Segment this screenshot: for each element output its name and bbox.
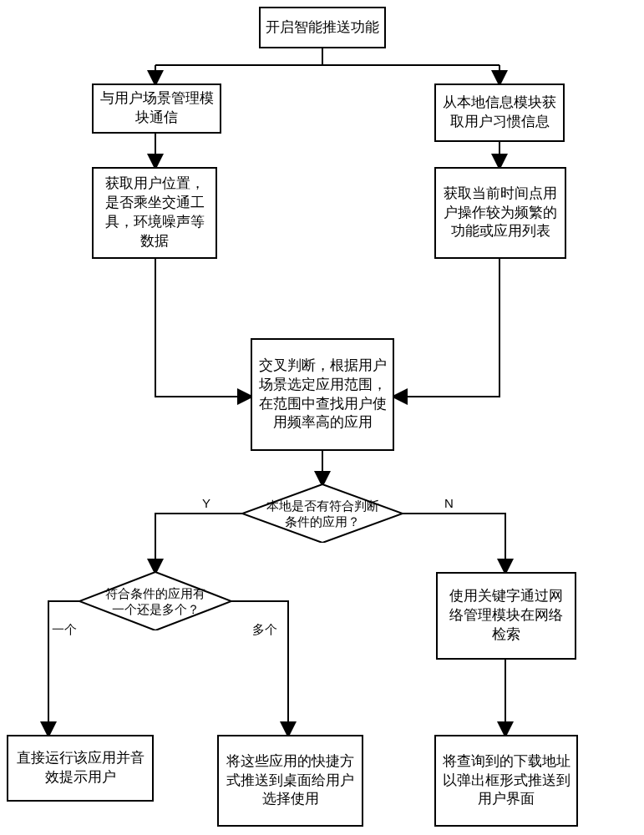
node-label: 直接运行该应用并音效提示用户 — [13, 749, 147, 787]
node-right1: 从本地信息模块获取用户习惯信息 — [434, 84, 565, 142]
node-decision1: 本地是否有符合判断条件的应用？ — [242, 484, 403, 543]
node-right2: 获取当前时间点用户操作较为频繁的功能或应用列表 — [434, 167, 566, 259]
node-label: 符合条件的应用有一个还是多个？ — [79, 585, 231, 618]
edge-label-no: N — [443, 496, 455, 510]
edge-label-yes: Y — [200, 496, 212, 510]
node-merge: 交叉判断，根据用户场景选定应用范围，在范围中查找用户使用频率高的应用 — [251, 338, 394, 451]
node-out-net: 将查询到的下载地址以弹出框形式推送到用户界面 — [434, 735, 578, 827]
node-left1: 与用户场景管理模块通信 — [92, 84, 221, 134]
node-net-search: 使用关键字通过网络管理模块在网络检索 — [436, 572, 576, 660]
node-label: 开启智能推送功能 — [266, 18, 379, 38]
node-label: 与用户场景管理模块通信 — [99, 89, 215, 128]
node-start: 开启智能推送功能 — [259, 7, 386, 48]
node-label: 获取当前时间点用户操作较为频繁的功能或应用列表 — [441, 185, 560, 242]
node-label: 将这些应用的快捷方式推送到桌面给用户选择使用 — [224, 752, 357, 810]
node-decision2: 符合条件的应用有一个还是多个？ — [79, 572, 231, 630]
edge-label-one: 一个 — [50, 622, 79, 638]
node-label: 获取用户位置，是否乘坐交通工具，环境噪声等数据 — [99, 175, 210, 251]
node-label: 将查询到的下载地址以弹出框形式推送到用户界面 — [441, 752, 571, 810]
node-label: 交叉判断，根据用户场景选定应用范围，在范围中查找用户使用频率高的应用 — [257, 357, 388, 433]
node-label: 使用关键字通过网络管理模块在网络检索 — [443, 587, 570, 645]
node-label: 本地是否有符合判断条件的应用？ — [242, 498, 403, 530]
node-label: 从本地信息模块获取用户习惯信息 — [441, 94, 558, 132]
node-out-many: 将这些应用的快捷方式推送到桌面给用户选择使用 — [217, 735, 363, 827]
edge-label-many: 多个 — [251, 622, 279, 638]
node-out-one: 直接运行该应用并音效提示用户 — [7, 735, 154, 802]
node-left2: 获取用户位置，是否乘坐交通工具，环境噪声等数据 — [92, 167, 217, 259]
